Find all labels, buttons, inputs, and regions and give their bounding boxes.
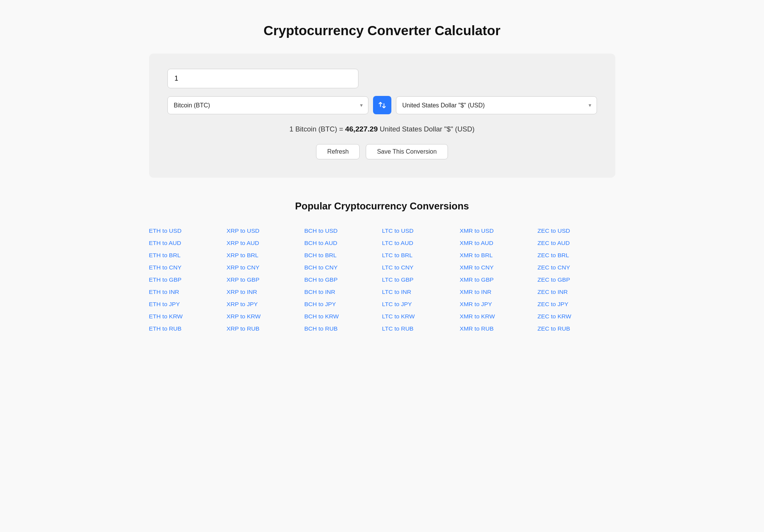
conversion-link[interactable]: XRP to KRW — [227, 311, 304, 322]
conversion-link[interactable]: LTC to INR — [382, 287, 459, 297]
conversion-link[interactable]: XRP to AUD — [227, 238, 304, 248]
result-equals: = — [339, 125, 345, 133]
conversion-link[interactable]: XMR to KRW — [460, 311, 537, 322]
converter-card: Bitcoin (BTC) Ethereum (ETH) Ripple (XRP… — [149, 54, 615, 178]
conversion-link[interactable]: ZEC to CNY — [537, 262, 615, 273]
conversion-link[interactable]: XRP to JPY — [227, 299, 304, 310]
conversion-column-0: ETH to USDETH to AUDETH to BRLETH to CNY… — [149, 225, 227, 334]
popular-title: Popular Cryptocurrency Conversions — [149, 201, 615, 212]
conversion-link[interactable]: BCH to USD — [304, 225, 382, 236]
result-from-text: 1 Bitcoin (BTC) — [289, 125, 337, 133]
conversion-link[interactable]: XRP to USD — [227, 225, 304, 236]
conversion-link[interactable]: ETH to USD — [149, 225, 227, 236]
conversion-link[interactable]: ETH to CNY — [149, 262, 227, 273]
swap-button[interactable] — [373, 96, 391, 114]
conversion-link[interactable]: ZEC to JPY — [537, 299, 615, 310]
conversion-link[interactable]: LTC to AUD — [382, 238, 459, 248]
conversion-link[interactable]: LTC to USD — [382, 225, 459, 236]
conversion-link[interactable]: ETH to GBP — [149, 274, 227, 285]
conversion-link[interactable]: LTC to CNY — [382, 262, 459, 273]
conversion-link[interactable]: LTC to RUB — [382, 323, 459, 334]
conversion-link[interactable]: ETH to BRL — [149, 250, 227, 261]
conversion-link[interactable]: XMR to JPY — [460, 299, 537, 310]
conversion-link[interactable]: LTC to KRW — [382, 311, 459, 322]
conversion-link[interactable]: ETH to INR — [149, 287, 227, 297]
conversion-column-4: XMR to USDXMR to AUDXMR to BRLXMR to CNY… — [460, 225, 537, 334]
actions-row: Refresh Save This Conversion — [167, 144, 597, 159]
conversion-link[interactable]: BCH to KRW — [304, 311, 382, 322]
conversion-link[interactable]: ETH to JPY — [149, 299, 227, 310]
conversion-link[interactable]: XMR to USD — [460, 225, 537, 236]
conversion-link[interactable]: XRP to INR — [227, 287, 304, 297]
save-conversion-button[interactable]: Save This Conversion — [366, 144, 448, 159]
conversion-column-3: LTC to USDLTC to AUDLTC to BRLLTC to CNY… — [382, 225, 459, 334]
conversion-link[interactable]: LTC to BRL — [382, 250, 459, 261]
conversion-column-2: BCH to USDBCH to AUDBCH to BRLBCH to CNY… — [304, 225, 382, 334]
result-value: 46,227.29 — [345, 125, 378, 133]
conversion-link[interactable]: ZEC to GBP — [537, 274, 615, 285]
conversion-link[interactable]: XRP to RUB — [227, 323, 304, 334]
refresh-button[interactable]: Refresh — [316, 144, 360, 159]
conversion-link[interactable]: XRP to GBP — [227, 274, 304, 285]
conversion-link[interactable]: BCH to RUB — [304, 323, 382, 334]
conversion-link[interactable]: BCH to GBP — [304, 274, 382, 285]
conversion-link[interactable]: XMR to BRL — [460, 250, 537, 261]
swap-icon — [378, 101, 386, 109]
conversion-link[interactable]: ZEC to INR — [537, 287, 615, 297]
conversion-link[interactable]: XMR to INR — [460, 287, 537, 297]
conversion-link[interactable]: ETH to KRW — [149, 311, 227, 322]
selectors-row: Bitcoin (BTC) Ethereum (ETH) Ripple (XRP… — [167, 96, 597, 114]
conversions-grid: ETH to USDETH to AUDETH to BRLETH to CNY… — [149, 225, 615, 334]
conversion-link[interactable]: XMR to AUD — [460, 238, 537, 248]
amount-input[interactable] — [167, 69, 358, 88]
from-currency-select[interactable]: Bitcoin (BTC) Ethereum (ETH) Ripple (XRP… — [168, 97, 368, 114]
conversion-link[interactable]: BCH to CNY — [304, 262, 382, 273]
conversion-column-1: XRP to USDXRP to AUDXRP to BRLXRP to CNY… — [227, 225, 304, 334]
from-currency-wrapper: Bitcoin (BTC) Ethereum (ETH) Ripple (XRP… — [167, 96, 368, 114]
conversion-link[interactable]: ZEC to KRW — [537, 311, 615, 322]
conversion-link[interactable]: LTC to JPY — [382, 299, 459, 310]
to-currency-wrapper: United States Dollar "$" (USD) Euro (EUR… — [396, 96, 597, 114]
result-to-text: United States Dollar "$" (USD) — [380, 125, 475, 133]
conversion-link[interactable]: ZEC to RUB — [537, 323, 615, 334]
conversion-link[interactable]: ZEC to BRL — [537, 250, 615, 261]
conversion-link[interactable]: ZEC to AUD — [537, 238, 615, 248]
result-row: 1 Bitcoin (BTC) = 46,227.29 United State… — [167, 125, 597, 133]
conversion-link[interactable]: XMR to RUB — [460, 323, 537, 334]
conversion-link[interactable]: LTC to GBP — [382, 274, 459, 285]
conversion-link[interactable]: BCH to BRL — [304, 250, 382, 261]
conversion-link[interactable]: BCH to JPY — [304, 299, 382, 310]
conversion-link[interactable]: BCH to AUD — [304, 238, 382, 248]
conversion-link[interactable]: XMR to CNY — [460, 262, 537, 273]
conversion-link[interactable]: XRP to BRL — [227, 250, 304, 261]
conversion-link[interactable]: XMR to GBP — [460, 274, 537, 285]
to-currency-select[interactable]: United States Dollar "$" (USD) Euro (EUR… — [396, 97, 597, 114]
conversion-link[interactable]: ZEC to USD — [537, 225, 615, 236]
page-title: Cryptocurrency Converter Calculator — [149, 23, 615, 38]
conversion-link[interactable]: ETH to RUB — [149, 323, 227, 334]
popular-section: Popular Cryptocurrency Conversions ETH t… — [149, 201, 615, 334]
conversion-link[interactable]: ETH to AUD — [149, 238, 227, 248]
conversion-link[interactable]: BCH to INR — [304, 287, 382, 297]
conversion-link[interactable]: XRP to CNY — [227, 262, 304, 273]
conversion-column-5: ZEC to USDZEC to AUDZEC to BRLZEC to CNY… — [537, 225, 615, 334]
